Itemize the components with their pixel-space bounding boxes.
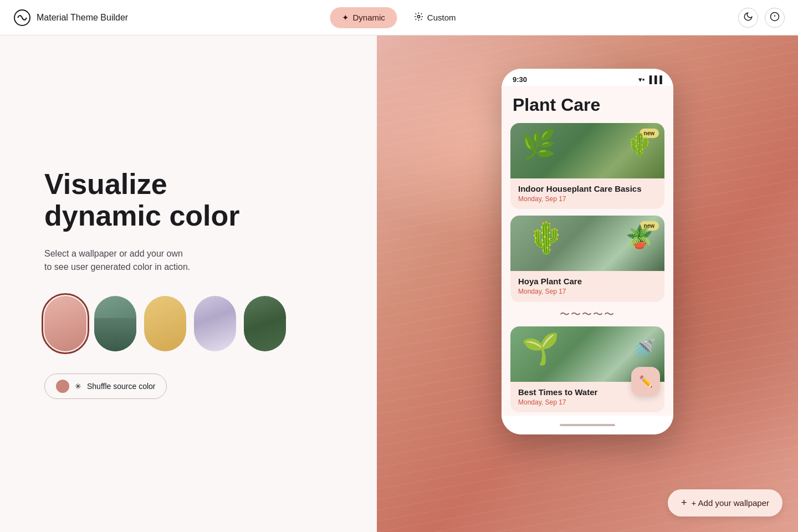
info-button[interactable] xyxy=(765,8,785,28)
source-color-dot xyxy=(56,380,69,393)
dark-mode-icon xyxy=(743,12,753,24)
header-center-tabs: ✦ Dynamic Custom xyxy=(330,6,468,29)
new-badge-2: new xyxy=(640,221,659,231)
card-date-1: Monday, Sep 17 xyxy=(518,195,657,203)
wifi-icon: ▾▪ xyxy=(638,75,645,84)
info-icon xyxy=(770,12,780,24)
wallpaper-thumbnails xyxy=(44,296,332,351)
fab-edit-icon: ✏️ xyxy=(639,375,653,388)
app-header: Plant Care xyxy=(502,86,673,120)
custom-tab-icon xyxy=(414,12,424,23)
wallpaper-thumb-forest[interactable] xyxy=(244,296,286,351)
material-logo-icon xyxy=(13,9,31,27)
new-badge-1: new xyxy=(640,129,659,138)
phone-mockup: 9:30 ▾▪ ▐▐▐ Plant Care new Indoor Ho xyxy=(502,69,673,434)
wavy-divider: 〜〜〜〜〜 xyxy=(502,308,673,321)
header-right xyxy=(738,8,785,28)
wallpaper-thumb-sandy[interactable] xyxy=(144,296,186,351)
plant-card-1: new Indoor Houseplant Care Basics Monday… xyxy=(510,123,664,209)
add-wallpaper-label: + Add your wallpaper xyxy=(691,498,769,508)
phone-app-content: Plant Care new Indoor Houseplant Care Ba… xyxy=(502,86,673,416)
add-icon: + xyxy=(681,497,687,509)
phone-status-bar: 9:30 ▾▪ ▐▐▐ xyxy=(502,69,673,86)
wallpaper-thumb-snow[interactable] xyxy=(194,296,236,351)
shuffle-icon: ✳ xyxy=(75,382,81,391)
add-wallpaper-button[interactable]: + + Add your wallpaper xyxy=(668,489,782,516)
card-image-plants1: new xyxy=(510,123,664,178)
header-left: Material Theme Builder xyxy=(13,9,128,27)
subtitle: Select a wallpaper or add your own to se… xyxy=(44,247,332,274)
tab-custom[interactable]: Custom xyxy=(402,6,468,29)
plant-care-app-title: Plant Care xyxy=(513,95,662,115)
right-panel: 9:30 ▾▪ ▐▐▐ Plant Care new Indoor Ho xyxy=(377,35,798,532)
card-date-3: Monday, Sep 17 xyxy=(518,398,657,406)
tab-custom-label: Custom xyxy=(427,13,456,22)
svg-point-1 xyxy=(418,16,421,18)
fab-button[interactable]: ✏️ xyxy=(631,367,660,396)
shuffle-source-color-button[interactable]: ✳ Shuffle source color xyxy=(44,374,167,399)
card-body-2: Hoya Plant Care Monday, Sep 17 xyxy=(510,271,664,301)
status-icons: ▾▪ ▐▐▐ xyxy=(638,75,662,84)
left-panel: Visualize dynamic color Select a wallpap… xyxy=(0,35,377,532)
tab-dynamic-label: Dynamic xyxy=(352,13,385,22)
wallpaper-thumb-mountain[interactable] xyxy=(94,296,136,351)
card-image-cactus: new xyxy=(510,216,664,271)
headline: Visualize dynamic color xyxy=(44,168,332,232)
wallpaper-thumb-desert[interactable] xyxy=(44,296,86,351)
card-date-2: Monday, Sep 17 xyxy=(518,288,657,295)
header: Material Theme Builder ✦ Dynamic Custom xyxy=(0,0,798,35)
app-title: Material Theme Builder xyxy=(37,13,128,23)
dynamic-tab-icon: ✦ xyxy=(342,13,349,23)
plant-card-2: new Hoya Plant Care Monday, Sep 17 xyxy=(510,216,664,301)
main-content: Visualize dynamic color Select a wallpap… xyxy=(0,35,798,532)
dark-mode-button[interactable] xyxy=(738,8,758,28)
tab-dynamic[interactable]: ✦ Dynamic xyxy=(330,7,397,28)
card-body-1: Indoor Houseplant Care Basics Monday, Se… xyxy=(510,178,664,209)
card-title-1: Indoor Houseplant Care Basics xyxy=(518,184,657,193)
signal-icon: ▐▐▐ xyxy=(647,75,662,84)
phone-home-indicator xyxy=(560,424,615,426)
card-title-2: Hoya Plant Care xyxy=(518,277,657,286)
shuffle-label: Shuffle source color xyxy=(87,382,155,391)
status-time: 9:30 xyxy=(513,75,527,84)
phone-nav-bar xyxy=(502,416,673,434)
